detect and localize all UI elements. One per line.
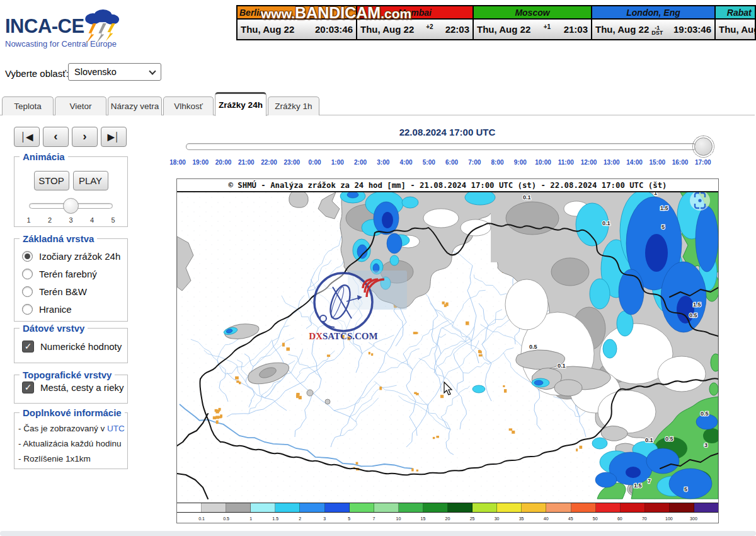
clock-utc-offset: +1 [530, 23, 563, 30]
color-swatch [645, 503, 670, 512]
timeline-hour-label: 14:00 [622, 159, 647, 166]
animation-speed-slider-thumb[interactable] [63, 198, 79, 214]
color-scale-label: 60 [610, 516, 629, 521]
radio-teren-farebny[interactable]: Terén farebný [22, 269, 127, 279]
timeline-hour-label: 7:00 [462, 159, 487, 166]
color-scale-label: 30 [488, 516, 507, 521]
clock-date: Thu, Aug 22 [595, 24, 649, 35]
checkbox-icon[interactable] [22, 341, 34, 352]
previous-frame-button[interactable]: ‹ [43, 127, 69, 147]
timeline-hour-label: 22:00 [256, 159, 282, 166]
color-scale-label: 7 [364, 516, 383, 521]
checkbox-numericke-hodnoty[interactable]: Numerické hodnoty [22, 341, 127, 352]
timeline-hour-label: 5:00 [416, 159, 442, 166]
svg-text:1.5: 1.5 [634, 482, 642, 489]
color-scale-label: 0.5 [217, 516, 236, 521]
color-swatch [694, 503, 718, 512]
color-scale-label: 100 [660, 516, 679, 521]
timeline-hour-label: 10:00 [530, 159, 556, 166]
color-scale-label: 70 [635, 516, 654, 521]
color-swatch [202, 503, 226, 512]
svg-text:1: 1 [654, 192, 657, 196]
svg-text:1.5: 1.5 [660, 205, 668, 211]
radio-icon[interactable] [22, 304, 33, 315]
tab-vlhkost[interactable]: Vlhkosť [163, 96, 214, 115]
svg-text:0.1: 0.1 [602, 220, 610, 226]
svg-text:0.5: 0.5 [529, 344, 537, 350]
bandicam-watermark: www.BANDICAM.com [261, 4, 500, 22]
color-scale-label: 1.5 [266, 516, 285, 521]
info-panel-legend: Doplnkové informácie [20, 407, 125, 418]
utc-link[interactable]: UTC [107, 424, 125, 433]
svg-text:0.1: 0.1 [523, 194, 531, 201]
stop-button[interactable]: STOP [34, 171, 69, 190]
timeline-hour-label: 13:00 [599, 159, 624, 166]
tab-narazy-vetra[interactable]: Nárazy vetra [108, 96, 162, 115]
svg-text:3: 3 [704, 442, 707, 448]
tab-zrazky-24h[interactable]: Zrážky 24h [215, 92, 266, 116]
color-scale-label: 40 [537, 516, 556, 521]
svg-text:0.5: 0.5 [689, 312, 697, 318]
svg-text:0.1: 0.1 [558, 363, 566, 369]
timeline-hour-label: 0:00 [302, 159, 328, 166]
first-frame-button[interactable]: │◀ [14, 127, 40, 147]
color-scale-label: 35 [512, 516, 531, 521]
clock-city-label: Rabat [716, 6, 756, 20]
svg-text:7: 7 [648, 478, 651, 484]
info-line-update: - Aktualizácia každú hodinu [18, 439, 127, 448]
radio-teren-bw[interactable]: Terén B&W [22, 286, 127, 297]
animation-panel-legend: Animácia [20, 151, 68, 162]
color-swatch [571, 503, 596, 512]
topo-layers-legend: Topografické vrstvy [20, 370, 115, 380]
radio-icon[interactable] [22, 269, 33, 279]
timeline-hour-label: 16:00 [668, 159, 693, 166]
radio-izociary[interactable]: Izočiary zrážok 24h [22, 251, 127, 262]
map-panel[interactable]: © SHMÚ - Analýza zrážok za 24 hod [mm] -… [176, 178, 719, 523]
region-select[interactable]: Slovensko [68, 63, 161, 81]
base-layer-legend: Základná vrstva [20, 233, 97, 244]
tab-teplota[interactable]: Teplota [2, 96, 54, 115]
timeline-hour-label: 23:00 [279, 159, 304, 166]
clock-utc-offset: +2 [414, 23, 445, 30]
clock-london: London, Eng Thu, Aug 22-1DST19:03:46 [592, 6, 716, 39]
data-layers-panel: Dátové vrstvy Numerické hodnoty [14, 323, 128, 363]
timeline-hour-label: 4:00 [394, 159, 419, 166]
color-swatch [275, 503, 300, 512]
timeline-hour-label: 9:00 [508, 159, 533, 166]
animation-speed-slider[interactable] [29, 203, 113, 209]
timeline-slider[interactable] [186, 143, 696, 150]
color-scale-label: 2 [290, 516, 309, 521]
checkbox-mesta-cesty[interactable]: Mestá, cesty a rieky [22, 382, 127, 393]
color-scale-label: 15 [413, 516, 432, 521]
tab-vietor[interactable]: Vietor [55, 96, 106, 115]
color-swatch [325, 503, 350, 512]
color-swatch [448, 503, 472, 512]
next-frame-button[interactable]: › [72, 127, 98, 147]
color-scale-label: 10 [389, 516, 408, 521]
color-swatch [621, 503, 645, 512]
radio-hranice[interactable]: Hranice [22, 304, 127, 315]
color-swatch [177, 503, 202, 512]
timeline-hour-label: 3:00 [370, 159, 396, 166]
color-scale-label: 300 [684, 516, 703, 521]
play-button[interactable]: PLAY [73, 171, 108, 190]
timeline-slider-thumb[interactable] [694, 137, 713, 156]
color-swatch [226, 503, 251, 512]
svg-text:DXSATCS.COM: DXSATCS.COM [309, 331, 377, 341]
radio-icon[interactable] [22, 286, 33, 297]
timeline-hour-label: 17:00 [690, 159, 716, 166]
clock-date: Thu, Aug 22 [241, 24, 294, 35]
checkbox-icon[interactable] [22, 382, 34, 393]
clock-rabat: Rabat Thu, Aug [716, 6, 756, 39]
timeline-hour-label: 20:00 [211, 159, 236, 166]
radio-icon[interactable] [22, 251, 33, 262]
data-layers-legend: Dátové vrstvy [20, 323, 88, 334]
animation-speed-ticks: 12345 [27, 216, 115, 224]
tab-strip: Teplota Vietor Nárazy vetra Vlhkosť Zráž… [2, 91, 321, 115]
tab-zrazky-1h[interactable]: Zrážky 1h [268, 96, 319, 115]
color-scale-label: 3 [315, 516, 334, 521]
clock-date: Thu, Aug 22 [360, 24, 414, 35]
svg-text:5: 5 [662, 224, 665, 230]
last-frame-button[interactable]: ▶│ [101, 127, 127, 147]
timeline-hour-label: 8:00 [485, 159, 510, 166]
